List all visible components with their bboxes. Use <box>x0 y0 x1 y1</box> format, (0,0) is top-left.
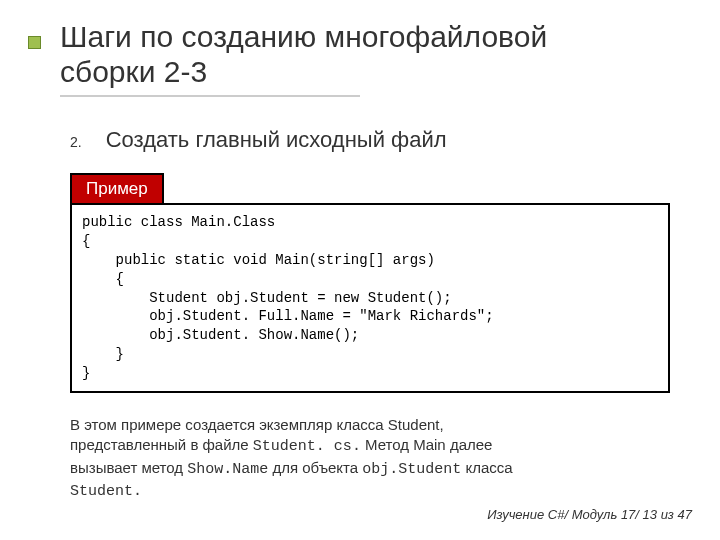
slide: Шаги по созданию многофайловой сборки 2-… <box>0 0 720 540</box>
para-line-1: В этом примере создается экземпляр класс… <box>70 416 444 433</box>
slide-title: Шаги по созданию многофайловой сборки 2-… <box>60 20 680 89</box>
footer-text: Изучение C#/ Модуль 17/ 13 из 47 <box>487 507 692 522</box>
step-text: Создать главный исходный файл <box>106 127 447 153</box>
para-3e: класса <box>461 459 512 476</box>
para-4: Student. <box>70 483 142 500</box>
para-3b: Show.Name <box>187 461 268 478</box>
title-underline <box>60 95 360 97</box>
code-block: public class Main.Class { public static … <box>70 203 670 393</box>
para-2a: представленный в файле <box>70 436 253 453</box>
title-line-1: Шаги по созданию многофайловой <box>60 20 547 53</box>
accent-square <box>28 36 41 49</box>
para-3d: obj.Student <box>362 461 461 478</box>
para-2b: Student. cs. <box>253 438 361 455</box>
step-row: 2. Создать главный исходный файл <box>70 127 680 153</box>
para-3a: вызывает метод <box>70 459 187 476</box>
title-line-2: сборки 2-3 <box>60 55 207 88</box>
example-label: Пример <box>70 173 164 205</box>
para-3c: для объекта <box>268 459 362 476</box>
step-number: 2. <box>70 134 82 150</box>
para-2c: Метод Main далее <box>361 436 493 453</box>
description-paragraph: В этом примере создается экземпляр класс… <box>70 415 670 502</box>
